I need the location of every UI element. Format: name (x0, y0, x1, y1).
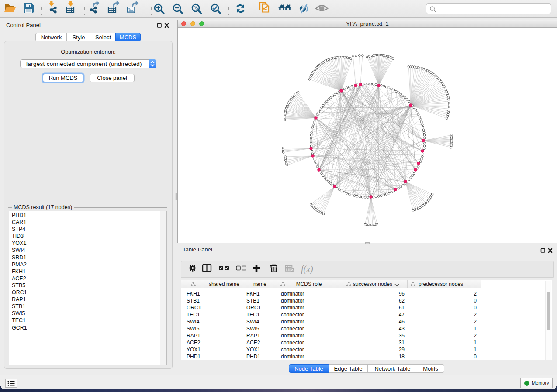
svg-text:f(x): f(x) (301, 264, 313, 274)
